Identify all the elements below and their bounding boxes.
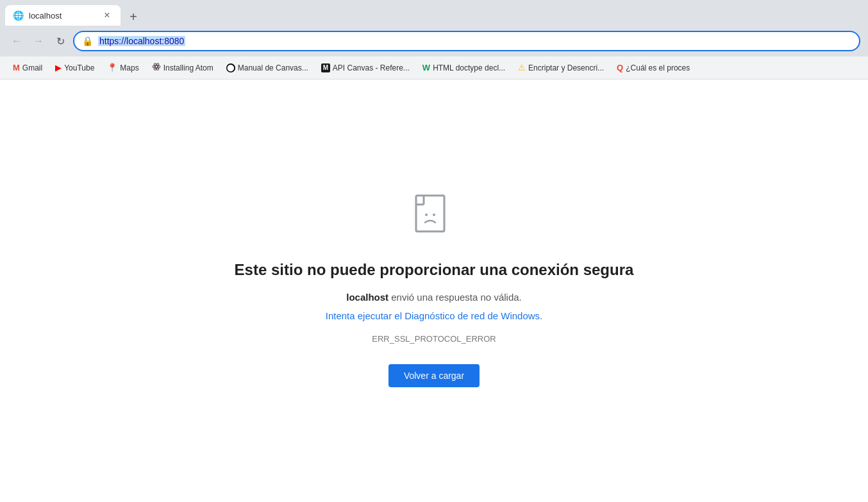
- tab-favicon: 🌐: [13, 10, 24, 21]
- forward-button[interactable]: →: [29, 32, 47, 50]
- encriptar-icon: ⚠: [518, 63, 526, 72]
- network-diagnostics-link[interactable]: Intenta ejecutar el Diagnóstico de red d…: [326, 310, 543, 321]
- error-description: localhost envió una respuesta no válida.: [346, 292, 522, 303]
- cual-proceso-icon: Q: [617, 63, 623, 72]
- bookmark-cual-proceso-label: ¿Cuál es el proces: [626, 63, 690, 72]
- svg-point-0: [155, 65, 158, 68]
- html-doctype-icon: W: [422, 63, 430, 72]
- api-canvas-icon: M: [321, 63, 330, 72]
- url-text: https://localhost:8080: [98, 36, 185, 46]
- error-desc-rest: envió una respuesta no válida.: [388, 292, 522, 303]
- bookmark-api-canvas[interactable]: M API Canvas - Refere...: [316, 61, 415, 75]
- bookmark-html-doctype[interactable]: W HTML doctype decl...: [417, 60, 510, 75]
- bookmark-html-doctype-label: HTML doctype decl...: [433, 63, 505, 72]
- bookmark-youtube-label: YouTube: [64, 63, 94, 72]
- bookmarks-bar: M Gmail ▶ YouTube 📍 Maps Installing Atom: [0, 56, 868, 79]
- bookmark-maps-label: Maps: [120, 63, 138, 72]
- bookmark-canvas-manual[interactable]: ⬤ Manual de Canvas...: [221, 61, 313, 75]
- error-code: ERR_SSL_PROTOCOL_ERROR: [372, 334, 496, 344]
- error-host: localhost: [346, 292, 388, 303]
- error-title: Este sitio no puede proporcionar una con…: [235, 261, 634, 279]
- bookmark-maps[interactable]: 📍 Maps: [102, 60, 144, 75]
- error-document-icon: [415, 194, 453, 240]
- bookmark-atom-label: Installing Atom: [163, 63, 213, 72]
- reload-button[interactable]: ↻: [51, 32, 69, 50]
- tab-bar: 🌐 localhost × +: [0, 0, 868, 26]
- atom-icon: [152, 62, 161, 73]
- back-button[interactable]: ←: [8, 32, 26, 50]
- svg-rect-4: [416, 196, 444, 231]
- url-input[interactable]: 🔒 https://localhost:8080: [73, 31, 860, 51]
- bookmark-cual-proceso[interactable]: Q ¿Cuál es el proces: [612, 60, 695, 75]
- canvas-manual-icon: ⬤: [226, 63, 235, 72]
- active-tab[interactable]: 🌐 localhost ×: [5, 5, 121, 26]
- error-page: Este sitio no puede proporcionar una con…: [0, 79, 868, 502]
- youtube-icon: ▶: [55, 63, 62, 72]
- bookmark-gmail-label: Gmail: [22, 63, 42, 72]
- bookmark-api-canvas-label: API Canvas - Refere...: [333, 63, 410, 72]
- bookmark-youtube[interactable]: ▶ YouTube: [50, 60, 99, 75]
- bookmark-encriptar[interactable]: ⚠ Encriptar y Desencri...: [513, 60, 609, 75]
- tab-close-button[interactable]: ×: [101, 10, 113, 21]
- bookmark-encriptar-label: Encriptar y Desencri...: [528, 63, 604, 72]
- maps-icon: 📍: [107, 63, 117, 72]
- new-tab-button[interactable]: +: [123, 8, 144, 26]
- gmail-icon: M: [13, 63, 20, 72]
- tab-title: localhost: [29, 11, 96, 21]
- lock-icon: 🔒: [82, 36, 93, 46]
- svg-point-7: [425, 213, 428, 216]
- bookmark-gmail[interactable]: M Gmail: [8, 60, 47, 75]
- bookmark-canvas-manual-label: Manual de Canvas...: [238, 63, 308, 72]
- svg-point-8: [433, 213, 435, 216]
- address-bar: ← → ↻ 🔒 https://localhost:8080: [0, 26, 868, 56]
- bookmark-installing-atom[interactable]: Installing Atom: [147, 60, 219, 76]
- reload-page-button[interactable]: Volver a cargar: [388, 364, 480, 387]
